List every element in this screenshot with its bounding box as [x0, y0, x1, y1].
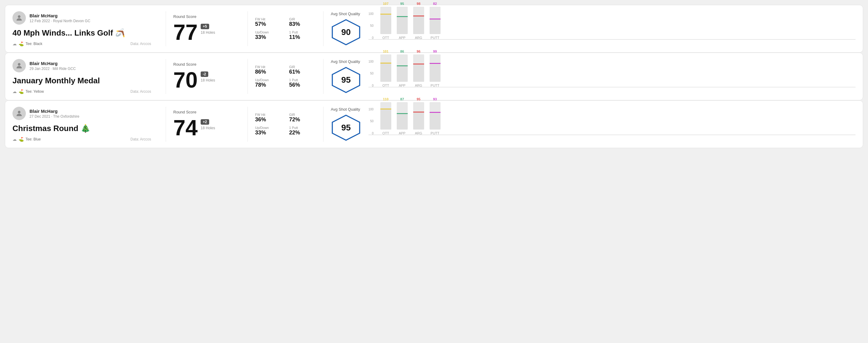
bar-group-ott: 110 OTT: [380, 102, 391, 135]
round-title: January Monthly Medal: [12, 76, 151, 86]
gir-value: 61%: [289, 69, 316, 75]
gir-label: GIR: [289, 113, 316, 117]
bar-accent: [397, 65, 408, 66]
oneputt-value: 56%: [289, 82, 316, 88]
card-stats-round1: FW Hit 57% GIR 83% Up/Down 33% 1 Putt 11…: [255, 11, 316, 46]
bar-accent: [430, 19, 440, 20]
round-card-round2: Blair McHarg 29 Jan 2022 · Mill Ride GCC…: [5, 53, 863, 100]
score-diff-badge: +2: [201, 119, 209, 125]
bar-chart-inner: 100 50 0 110 OTT 87: [369, 107, 856, 141]
bar-value-arg: 95: [417, 97, 421, 101]
bar-value-app: 87: [400, 97, 404, 101]
bar-fill-bg: [380, 14, 391, 34]
round-card-round1: Blair McHarg 12 Feb 2022 · Royal North D…: [5, 5, 863, 53]
bar-bg: [430, 102, 440, 129]
tee-label: Tee: Yellow: [26, 89, 44, 94]
quality-left: Avg Shot Quality 95: [331, 107, 361, 142]
tee-info: ☁ ⛳ Tee: Black: [12, 41, 42, 46]
bar-fill-bg: [430, 63, 440, 82]
bar-fill-bg: [380, 108, 391, 129]
round-score-label: Round Score: [173, 14, 233, 19]
bar-accent: [397, 16, 408, 17]
bar-wrapper: [380, 55, 391, 82]
avg-quality-section: Avg Shot Quality 90 100 50 0 10: [331, 11, 856, 46]
bar-group-ott: 107 OTT: [380, 7, 391, 39]
quality-label: Avg Shot Quality: [331, 11, 360, 16]
divider-3: [323, 11, 323, 46]
bar-fill-bg: [397, 113, 408, 129]
score-number: 70: [173, 69, 197, 91]
user-row: Blair McHarg 12 Feb 2022 · Royal North D…: [12, 11, 151, 25]
hexagon-container: 90: [331, 19, 361, 46]
bar-bg: [380, 7, 391, 34]
round-card-round3: Blair McHarg 27 Dec 2021 · The Oxfordshi…: [5, 100, 863, 148]
bar-value-putt: 82: [433, 2, 437, 5]
bar-wrapper: [380, 102, 391, 129]
gir-value: 72%: [289, 117, 316, 123]
card-stats-round3: FW Hit 36% GIR 72% Up/Down 33% 1 Putt 22…: [255, 107, 316, 142]
svg-point-4: [18, 111, 21, 114]
updown-value: 33%: [255, 129, 282, 136]
bar-group-arg: 96 ARG: [413, 55, 424, 87]
weather-icon: ☁: [12, 137, 17, 142]
divider-2: [247, 107, 248, 142]
bar-value-arg: 96: [417, 50, 421, 53]
data-source: Data: Arccos: [130, 89, 151, 94]
bar-accent: [430, 63, 440, 64]
bar-value-ott: 110: [383, 97, 389, 101]
bar-wrapper: [413, 7, 424, 34]
data-source: Data: Arccos: [130, 137, 151, 142]
oneputt-label: 1 Putt: [289, 126, 316, 129]
stat-updown: Up/Down 33%: [255, 30, 282, 40]
bar-bg: [397, 102, 408, 129]
divider-3: [323, 59, 323, 94]
quality-label: Avg Shot Quality: [331, 107, 360, 112]
bar-bg: [430, 7, 440, 34]
chart-baseline: [369, 39, 856, 39]
bar-wrapper: [397, 102, 408, 129]
stat-fw-hit: FW Hit 36%: [255, 113, 282, 123]
footer-row: ☁ ⛳ Tee: Yellow Data: Arccos: [12, 89, 151, 94]
y-label-100: 100: [369, 60, 374, 63]
bar-group-putt: 82 PUTT: [430, 7, 440, 39]
fw-hit-label: FW Hit: [255, 113, 282, 117]
bar-wrapper: [430, 102, 440, 129]
quality-left: Avg Shot Quality 95: [331, 59, 361, 94]
oneputt-label: 1 Putt: [289, 30, 316, 34]
avg-quality-section: Avg Shot Quality 95 100 50 0 10: [331, 59, 856, 94]
bar-chart-inner: 100 50 0 101 OTT 86: [369, 60, 856, 93]
card-left-round2: Blair McHarg 29 Jan 2022 · Mill Ride GCC…: [12, 59, 158, 94]
user-row: Blair McHarg 27 Dec 2021 · The Oxfordshi…: [12, 107, 151, 120]
bar-value-ott: 107: [383, 2, 389, 5]
oneputt-value: 11%: [289, 34, 316, 40]
stat-grid: FW Hit 86% GIR 61% Up/Down 78% 1 Putt 56…: [255, 65, 316, 88]
bar-chart: 100 50 0 101 OTT 86: [369, 60, 856, 93]
tee-info: ☁ ⛳ Tee: Yellow: [12, 89, 44, 94]
stat-oneputt: 1 Putt 56%: [289, 78, 316, 88]
card-right-round3: Avg Shot Quality 95 100 50 0 11: [331, 107, 856, 142]
user-icon: [15, 110, 23, 117]
bar-group-putt: 93 PUTT: [430, 102, 440, 135]
round-score-label: Round Score: [173, 62, 233, 67]
divider-2: [247, 59, 248, 94]
card-left-round1: Blair McHarg 12 Feb 2022 · Royal North D…: [12, 11, 158, 46]
card-left-round3: Blair McHarg 27 Dec 2021 · The Oxfordshi…: [12, 107, 158, 142]
bar-group-app: 86 APP: [397, 55, 408, 87]
user-name: Blair McHarg: [30, 108, 79, 114]
bar-accent: [397, 113, 408, 114]
bar-group-app: 87 APP: [397, 102, 408, 135]
footer-row: ☁ ⛳ Tee: Black Data: Arccos: [12, 41, 151, 46]
tee-info: ☁ ⛳ Tee: Blue: [12, 137, 41, 142]
oneputt-label: 1 Putt: [289, 78, 316, 82]
fw-hit-label: FW Hit: [255, 17, 282, 21]
bar-wrapper: [397, 55, 408, 82]
bag-icon: ⛳: [19, 89, 24, 94]
tee-label: Tee: Blue: [26, 137, 41, 142]
card-right-round1: Avg Shot Quality 90 100 50 0 10: [331, 11, 856, 46]
user-info: Blair McHarg 29 Jan 2022 · Mill Ride GCC: [30, 61, 76, 71]
footer-row: ☁ ⛳ Tee: Blue Data: Arccos: [12, 137, 151, 142]
card-score-round2: Round Score 70 -2 18 Holes: [173, 59, 240, 94]
user-row: Blair McHarg 29 Jan 2022 · Mill Ride GCC: [12, 59, 151, 72]
bar-value-app: 95: [400, 2, 404, 5]
round-score-label: Round Score: [173, 110, 233, 114]
